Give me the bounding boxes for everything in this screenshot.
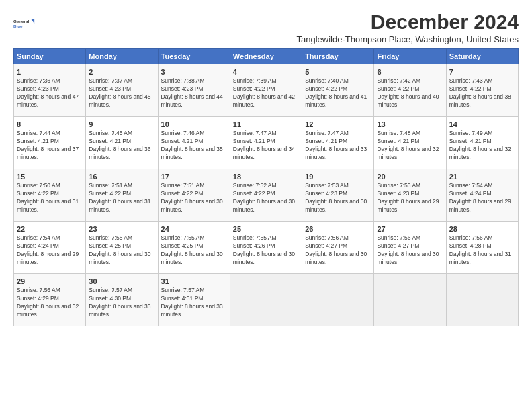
calendar-cell: 22Sunrise: 7:54 AMSunset: 4:24 PMDayligh… bbox=[14, 222, 86, 274]
calendar-cell: 27Sunrise: 7:56 AMSunset: 4:27 PMDayligh… bbox=[374, 222, 446, 274]
day-number: 2 bbox=[89, 67, 154, 77]
calendar-cell: 31Sunrise: 7:57 AMSunset: 4:31 PMDayligh… bbox=[158, 274, 230, 326]
day-info: Sunrise: 7:48 AMSunset: 4:21 PMDaylight:… bbox=[377, 130, 443, 162]
day-info: Sunrise: 7:57 AMSunset: 4:30 PMDaylight:… bbox=[89, 287, 154, 319]
calendar-cell: 17Sunrise: 7:51 AMSunset: 4:22 PMDayligh… bbox=[158, 169, 230, 222]
day-number: 10 bbox=[161, 120, 227, 129]
calendar-cell: 26Sunrise: 7:56 AMSunset: 4:27 PMDayligh… bbox=[302, 222, 374, 274]
day-info: Sunrise: 7:52 AMSunset: 4:22 PMDaylight:… bbox=[233, 182, 299, 214]
day-info: Sunrise: 7:47 AMSunset: 4:21 PMDaylight:… bbox=[233, 130, 299, 162]
day-info: Sunrise: 7:40 AMSunset: 4:22 PMDaylight:… bbox=[305, 77, 371, 109]
day-number: 14 bbox=[449, 120, 515, 129]
dow-wednesday: Wednesday bbox=[230, 49, 302, 64]
day-info: Sunrise: 7:56 AMSunset: 4:29 PMDaylight:… bbox=[17, 287, 83, 319]
day-number: 24 bbox=[161, 224, 227, 234]
day-info: Sunrise: 7:53 AMSunset: 4:23 PMDaylight:… bbox=[377, 182, 443, 214]
days-of-week-row: Sunday Monday Tuesday Wednesday Thursday… bbox=[14, 49, 519, 64]
calendar-cell: 20Sunrise: 7:53 AMSunset: 4:23 PMDayligh… bbox=[374, 169, 446, 222]
calendar-table: Sunday Monday Tuesday Wednesday Thursday… bbox=[13, 48, 519, 326]
day-info: Sunrise: 7:54 AMSunset: 4:24 PMDaylight:… bbox=[449, 182, 515, 214]
calendar-cell: 18Sunrise: 7:52 AMSunset: 4:22 PMDayligh… bbox=[230, 169, 302, 222]
title-area: December 2024 Tanglewilde-Thompson Place… bbox=[297, 11, 519, 44]
day-number: 11 bbox=[233, 120, 299, 129]
day-number: 23 bbox=[89, 224, 154, 234]
calendar-cell bbox=[374, 274, 446, 326]
dow-friday: Friday bbox=[374, 49, 446, 64]
day-info: Sunrise: 7:51 AMSunset: 4:22 PMDaylight:… bbox=[161, 182, 227, 214]
calendar-cell bbox=[230, 274, 302, 326]
day-number: 21 bbox=[449, 172, 515, 181]
day-info: Sunrise: 7:43 AMSunset: 4:22 PMDaylight:… bbox=[449, 77, 515, 109]
day-number: 5 bbox=[305, 67, 371, 77]
page: General Blue December 2024 Tanglewilde-T… bbox=[0, 0, 532, 411]
calendar-cell: 29Sunrise: 7:56 AMSunset: 4:29 PMDayligh… bbox=[14, 274, 86, 326]
dow-sunday: Sunday bbox=[14, 49, 86, 64]
day-info: Sunrise: 7:56 AMSunset: 4:27 PMDaylight:… bbox=[305, 234, 371, 267]
day-number: 3 bbox=[161, 67, 227, 77]
day-number: 16 bbox=[89, 172, 154, 181]
day-number: 4 bbox=[233, 67, 299, 77]
day-info: Sunrise: 7:36 AMSunset: 4:23 PMDaylight:… bbox=[17, 77, 83, 109]
calendar-cell bbox=[446, 274, 518, 326]
header: General Blue December 2024 Tanglewilde-T… bbox=[13, 11, 519, 44]
calendar-cell: 25Sunrise: 7:55 AMSunset: 4:26 PMDayligh… bbox=[230, 222, 302, 274]
day-number: 8 bbox=[17, 120, 83, 129]
day-number: 20 bbox=[377, 172, 443, 181]
day-number: 6 bbox=[377, 67, 443, 77]
day-number: 7 bbox=[449, 67, 515, 77]
dow-thursday: Thursday bbox=[302, 49, 374, 64]
day-info: Sunrise: 7:45 AMSunset: 4:21 PMDaylight:… bbox=[89, 130, 154, 162]
day-number: 28 bbox=[449, 224, 515, 234]
day-number: 17 bbox=[161, 172, 227, 181]
logo-icon: General Blue bbox=[13, 13, 35, 35]
day-info: Sunrise: 7:54 AMSunset: 4:24 PMDaylight:… bbox=[17, 234, 83, 267]
calendar-cell: 1Sunrise: 7:36 AMSunset: 4:23 PMDaylight… bbox=[14, 64, 86, 117]
svg-marker-2 bbox=[31, 19, 34, 24]
day-number: 18 bbox=[233, 172, 299, 181]
calendar-cell: 19Sunrise: 7:53 AMSunset: 4:23 PMDayligh… bbox=[302, 169, 374, 222]
calendar-cell: 10Sunrise: 7:46 AMSunset: 4:21 PMDayligh… bbox=[158, 117, 230, 169]
svg-text:General: General bbox=[13, 19, 29, 24]
calendar-cell: 9Sunrise: 7:45 AMSunset: 4:21 PMDaylight… bbox=[86, 117, 158, 169]
day-number: 19 bbox=[305, 172, 371, 181]
calendar-cell: 14Sunrise: 7:49 AMSunset: 4:21 PMDayligh… bbox=[446, 117, 518, 169]
calendar-cell: 30Sunrise: 7:57 AMSunset: 4:30 PMDayligh… bbox=[86, 274, 158, 326]
calendar-cell: 13Sunrise: 7:48 AMSunset: 4:21 PMDayligh… bbox=[374, 117, 446, 169]
day-info: Sunrise: 7:56 AMSunset: 4:27 PMDaylight:… bbox=[377, 234, 443, 267]
day-number: 22 bbox=[17, 224, 83, 234]
calendar-cell: 4Sunrise: 7:39 AMSunset: 4:22 PMDaylight… bbox=[230, 64, 302, 117]
day-number: 15 bbox=[17, 172, 83, 181]
day-info: Sunrise: 7:55 AMSunset: 4:25 PMDaylight:… bbox=[89, 234, 154, 267]
dow-saturday: Saturday bbox=[446, 49, 518, 64]
day-number: 25 bbox=[233, 224, 299, 234]
calendar-cell: 3Sunrise: 7:38 AMSunset: 4:23 PMDaylight… bbox=[158, 64, 230, 117]
day-info: Sunrise: 7:46 AMSunset: 4:21 PMDaylight:… bbox=[161, 130, 227, 162]
day-info: Sunrise: 7:39 AMSunset: 4:22 PMDaylight:… bbox=[233, 77, 299, 109]
calendar-body: 1Sunrise: 7:36 AMSunset: 4:23 PMDaylight… bbox=[14, 64, 519, 326]
calendar-cell: 7Sunrise: 7:43 AMSunset: 4:22 PMDaylight… bbox=[446, 64, 518, 117]
calendar-header: Sunday Monday Tuesday Wednesday Thursday… bbox=[14, 49, 519, 64]
day-number: 1 bbox=[17, 67, 83, 77]
calendar-cell: 21Sunrise: 7:54 AMSunset: 4:24 PMDayligh… bbox=[446, 169, 518, 222]
calendar-cell bbox=[302, 274, 374, 326]
dow-tuesday: Tuesday bbox=[158, 49, 230, 64]
day-info: Sunrise: 7:42 AMSunset: 4:22 PMDaylight:… bbox=[377, 77, 443, 109]
calendar-cell: 5Sunrise: 7:40 AMSunset: 4:22 PMDaylight… bbox=[302, 64, 374, 117]
calendar-cell: 8Sunrise: 7:44 AMSunset: 4:21 PMDaylight… bbox=[14, 117, 86, 169]
day-number: 31 bbox=[161, 277, 227, 286]
calendar-cell: 6Sunrise: 7:42 AMSunset: 4:22 PMDaylight… bbox=[374, 64, 446, 117]
calendar-cell: 12Sunrise: 7:47 AMSunset: 4:21 PMDayligh… bbox=[302, 117, 374, 169]
svg-text:Blue: Blue bbox=[13, 24, 23, 28]
main-title: December 2024 bbox=[297, 11, 519, 33]
calendar-cell: 16Sunrise: 7:51 AMSunset: 4:22 PMDayligh… bbox=[86, 169, 158, 222]
dow-monday: Monday bbox=[86, 49, 158, 64]
day-info: Sunrise: 7:57 AMSunset: 4:31 PMDaylight:… bbox=[161, 287, 227, 319]
day-info: Sunrise: 7:44 AMSunset: 4:21 PMDaylight:… bbox=[17, 130, 83, 162]
day-info: Sunrise: 7:53 AMSunset: 4:23 PMDaylight:… bbox=[305, 182, 371, 214]
day-number: 13 bbox=[377, 120, 443, 129]
day-number: 29 bbox=[17, 277, 83, 286]
day-info: Sunrise: 7:56 AMSunset: 4:28 PMDaylight:… bbox=[449, 234, 515, 267]
calendar-cell: 24Sunrise: 7:55 AMSunset: 4:25 PMDayligh… bbox=[158, 222, 230, 274]
calendar-cell: 23Sunrise: 7:55 AMSunset: 4:25 PMDayligh… bbox=[86, 222, 158, 274]
day-info: Sunrise: 7:47 AMSunset: 4:21 PMDaylight:… bbox=[305, 130, 371, 162]
